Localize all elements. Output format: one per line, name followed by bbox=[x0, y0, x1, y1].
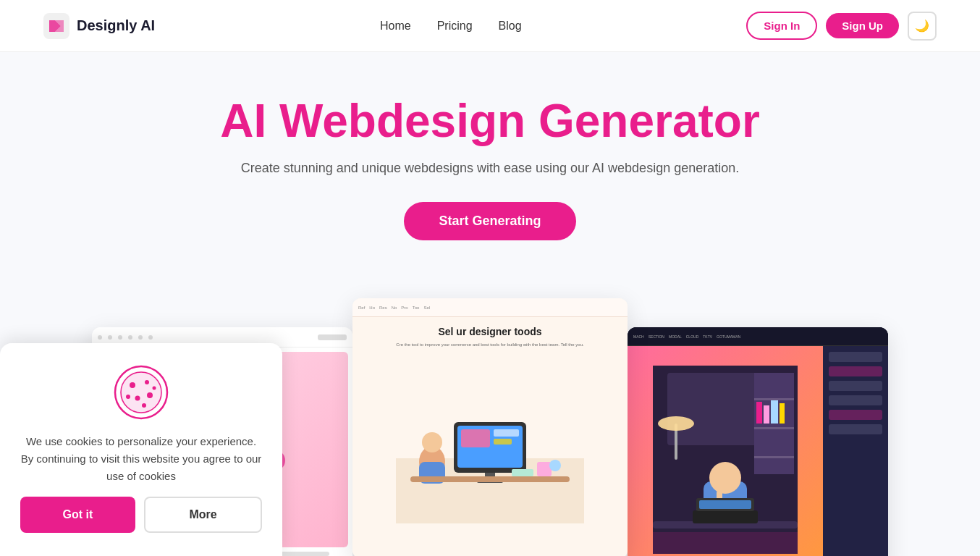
cookie-banner: We use cookies to personalize your exper… bbox=[0, 343, 282, 556]
cookie-text: We use cookies to personalize your exper… bbox=[20, 433, 262, 485]
hero-section: AI Webdesign Generator Create stunning a… bbox=[0, 52, 980, 269]
mockup-right-inner: MACH SECTION MODAL CLOUD TKTV GOTUMAMAN bbox=[628, 327, 888, 556]
center-navbar: Ref Ho Res No Pro Too Sel bbox=[352, 298, 628, 317]
cookie-icon bbox=[112, 363, 170, 421]
nav-home[interactable]: Home bbox=[380, 20, 411, 33]
svg-point-33 bbox=[658, 416, 694, 431]
nav-dot-2 bbox=[108, 335, 112, 340]
svg-point-45 bbox=[121, 372, 161, 413]
hero-subtitle: Create stunning and unique webdesigns wi… bbox=[14, 161, 966, 176]
svg-rect-21 bbox=[512, 469, 533, 476]
cnav-4: No bbox=[392, 306, 397, 310]
nav-dot-4 bbox=[128, 335, 132, 340]
cookie-buttons: Got it More bbox=[20, 497, 262, 533]
logo[interactable]: Designly AI bbox=[43, 13, 155, 39]
nav-dot-6 bbox=[148, 335, 153, 340]
rpanel-3 bbox=[829, 381, 882, 391]
brand-name: Designly AI bbox=[77, 17, 155, 34]
nav-dot-3 bbox=[118, 335, 122, 340]
svg-rect-41 bbox=[699, 500, 751, 509]
rpanel-2 bbox=[829, 366, 882, 376]
cookie-more-button[interactable]: More bbox=[144, 497, 262, 533]
svg-point-50 bbox=[126, 395, 130, 399]
center-mockup-subtitle: Cre the tool to improve your commerce an… bbox=[396, 342, 583, 348]
cnav-2: Ho bbox=[369, 306, 375, 310]
center-mockup-title: Sel ur designer toods bbox=[438, 326, 541, 337]
svg-rect-19 bbox=[537, 462, 552, 476]
rpanel-6 bbox=[829, 424, 882, 434]
svg-rect-26 bbox=[754, 427, 794, 429]
rpanel-1 bbox=[829, 352, 882, 362]
svg-rect-28 bbox=[756, 402, 762, 424]
rnav-1: MACH bbox=[633, 334, 644, 339]
svg-rect-18 bbox=[410, 476, 570, 482]
preview-card-right: MACH SECTION MODAL CLOUD TKTV GOTUMAMAN bbox=[628, 327, 888, 556]
right-navbar: MACH SECTION MODAL CLOUD TKTV GOTUMAMAN bbox=[628, 327, 888, 346]
rnav-2: SECTION bbox=[649, 334, 664, 339]
mockup-center-inner: Ref Ho Res No Pro Too Sel Sel ur designe… bbox=[352, 298, 628, 556]
illustration-center bbox=[396, 393, 584, 523]
svg-rect-29 bbox=[764, 405, 769, 424]
cnav-5: Pro bbox=[401, 306, 407, 310]
svg-point-20 bbox=[549, 460, 561, 471]
navbar: Designly AI Home Pricing Blog Sign In Si… bbox=[0, 0, 980, 52]
rnav-3: MODAL bbox=[669, 334, 682, 339]
svg-rect-27 bbox=[754, 456, 794, 458]
svg-point-49 bbox=[147, 392, 153, 398]
svg-point-47 bbox=[145, 380, 149, 384]
nav-blog[interactable]: Blog bbox=[499, 20, 522, 33]
hero-title: AI Webdesign Generator bbox=[14, 96, 966, 146]
rpanel-4 bbox=[829, 395, 882, 405]
search-bar-mock bbox=[318, 334, 347, 340]
svg-rect-12 bbox=[494, 439, 512, 445]
svg-rect-42 bbox=[653, 532, 798, 554]
right-main bbox=[628, 346, 888, 556]
svg-point-48 bbox=[135, 396, 140, 401]
svg-rect-10 bbox=[461, 429, 490, 447]
start-generating-button[interactable]: Start Generating bbox=[404, 202, 575, 240]
cookie-gotit-button[interactable]: Got it bbox=[20, 497, 135, 533]
nav-pricing[interactable]: Pricing bbox=[437, 20, 473, 33]
rnav-6: GOTUMAMAN bbox=[717, 334, 740, 339]
svg-rect-30 bbox=[771, 400, 778, 424]
center-hero: Sel ur designer toods Cre the tool to im… bbox=[352, 317, 628, 356]
right-side-panel bbox=[823, 346, 888, 556]
cnav-1: Ref bbox=[358, 306, 365, 310]
illustration-right bbox=[653, 366, 798, 554]
nav-links: Home Pricing Blog bbox=[380, 20, 522, 33]
nav-dot-5 bbox=[138, 335, 143, 340]
signup-button[interactable]: Sign Up bbox=[826, 13, 899, 38]
svg-point-51 bbox=[142, 403, 146, 408]
nav-dot-1 bbox=[98, 335, 102, 340]
signin-button[interactable]: Sign In bbox=[746, 12, 817, 40]
svg-rect-39 bbox=[693, 510, 758, 523]
preview-card-center: Ref Ho Res No Pro Too Sel Sel ur designe… bbox=[352, 298, 628, 556]
cnav-6: Too bbox=[413, 306, 420, 310]
logo-icon bbox=[43, 13, 69, 39]
rnav-5: TKTV bbox=[703, 334, 712, 339]
svg-point-16 bbox=[422, 432, 442, 452]
svg-rect-25 bbox=[754, 398, 794, 400]
svg-point-46 bbox=[130, 382, 135, 388]
cnav-7: Sel bbox=[423, 306, 430, 310]
svg-rect-11 bbox=[494, 429, 519, 437]
nav-actions: Sign In Sign Up 🌙 bbox=[746, 12, 937, 41]
svg-rect-31 bbox=[780, 403, 785, 424]
svg-point-52 bbox=[153, 387, 156, 390]
svg-point-36 bbox=[709, 462, 741, 494]
cnav-3: Res bbox=[379, 306, 387, 310]
theme-toggle-button[interactable]: 🌙 bbox=[908, 12, 937, 41]
center-illustration-area bbox=[352, 357, 628, 556]
rnav-4: CLOUD bbox=[686, 334, 699, 339]
rpanel-5 bbox=[829, 410, 882, 420]
right-illustration bbox=[628, 346, 823, 556]
theme-icon: 🌙 bbox=[915, 19, 929, 33]
